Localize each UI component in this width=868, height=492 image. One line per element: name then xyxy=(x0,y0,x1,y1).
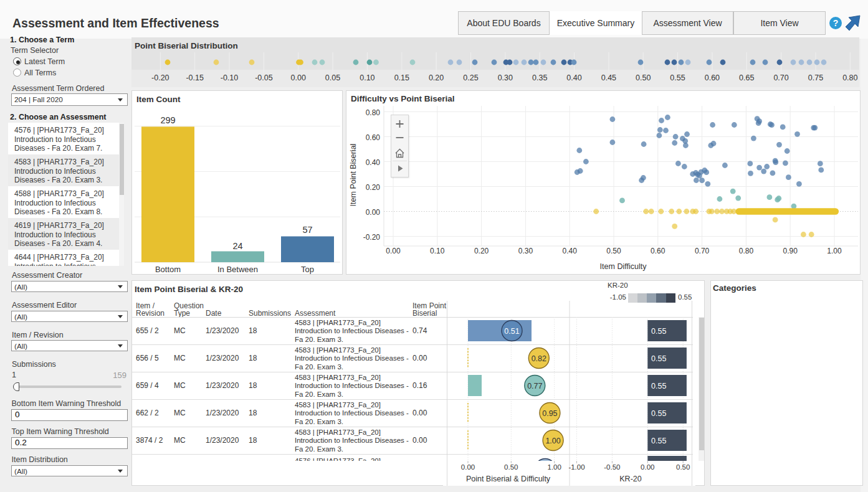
svg-text:-0.50: -0.50 xyxy=(604,463,620,471)
svg-text:0.50: 0.50 xyxy=(504,463,518,471)
svg-text:-1.00: -1.00 xyxy=(568,463,584,471)
svg-text:0.82: 0.82 xyxy=(532,354,546,363)
svg-text:Point Biserial & Difficulty: Point Biserial & Difficulty xyxy=(466,475,551,483)
svg-text:0.51: 0.51 xyxy=(504,327,519,336)
svg-text:0.50: 0.50 xyxy=(676,463,690,471)
svg-text:0.55: 0.55 xyxy=(651,409,666,418)
svg-text:0.77: 0.77 xyxy=(527,382,542,390)
svg-text:0.00: 0.00 xyxy=(461,463,475,471)
svg-text:KR-20: KR-20 xyxy=(619,475,641,483)
svg-text:1.00: 1.00 xyxy=(545,437,560,445)
svg-text:0.55: 0.55 xyxy=(651,382,666,390)
svg-text:0.55: 0.55 xyxy=(651,437,666,445)
svg-text:0.55: 0.55 xyxy=(651,327,666,336)
svg-text:1.00: 1.00 xyxy=(548,463,561,471)
svg-text:0.55: 0.55 xyxy=(651,354,666,363)
svg-text:0.00: 0.00 xyxy=(641,463,654,471)
svg-text:0.95: 0.95 xyxy=(542,409,557,418)
